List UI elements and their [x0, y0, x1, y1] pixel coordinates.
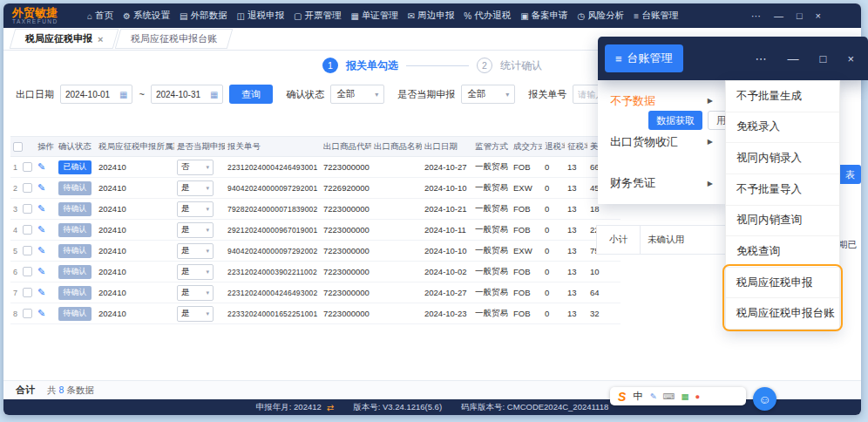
- calendar-icon[interactable]: ▦: [210, 90, 218, 99]
- edit-icon[interactable]: ✎: [37, 287, 45, 298]
- row-checkbox[interactable]: [23, 288, 32, 297]
- keyboard-icon[interactable]: ⌨: [663, 391, 675, 401]
- peripheral-declare-icon: ✉: [408, 11, 415, 21]
- chevron-down-icon: ▾: [206, 164, 209, 171]
- popup-submenu-item[interactable]: 免税录入: [726, 112, 839, 144]
- nav-item-agent-refund[interactable]: %代办退税: [464, 10, 511, 22]
- row-checkbox[interactable]: [23, 162, 32, 172]
- more-icon[interactable]: ⋯: [751, 10, 761, 22]
- popup-submenu-item[interactable]: 不予批量导入: [726, 174, 839, 206]
- edit-icon[interactable]: ✎: [37, 308, 45, 319]
- popup-submenu-item[interactable]: 免税查询: [726, 236, 839, 268]
- toolbox-icon[interactable]: ▦: [682, 391, 689, 401]
- table-cell: 0: [542, 162, 565, 172]
- popup-submenu-item[interactable]: 视同内销录入: [726, 143, 839, 174]
- date-from-input[interactable]: ▦: [60, 85, 132, 104]
- popup-menu-item[interactable]: 财务凭证▶: [598, 163, 725, 204]
- submenu-arrow-icon: ▶: [708, 97, 713, 105]
- nav-item-document-mgmt[interactable]: ▦单证管理: [350, 10, 397, 22]
- tab-tax-declare[interactable]: 税局应征税申报 ×: [10, 29, 119, 49]
- row-period-select[interactable]: 是▾: [177, 201, 214, 217]
- swap-period-icon[interactable]: ⇄: [327, 403, 334, 412]
- table-cell: 7226920000: [321, 183, 371, 193]
- table-cell: 一般贸易: [472, 182, 511, 194]
- row-period-select[interactable]: 是▾: [177, 306, 214, 322]
- nav-label: 备案申请: [532, 10, 568, 22]
- nav-item-refund-declare[interactable]: ◫退税申报: [236, 10, 283, 22]
- edit-icon[interactable]: ✎: [37, 266, 45, 277]
- nav-item-system-settings[interactable]: ⚙系统设置: [123, 10, 170, 22]
- popup-submenu-item[interactable]: 税局应征税申报台账: [726, 298, 839, 329]
- maximize-icon[interactable]: □: [820, 52, 827, 65]
- nav-item-external-data[interactable]: ▤外部数据: [180, 10, 227, 22]
- main-nav: ⌂首页⚙系统设置▤外部数据◫退税申报▢开票管理▦单证管理✉周边申报%代办退税▣备…: [87, 10, 678, 22]
- table-cell: 792820240000071839002: [225, 205, 321, 214]
- row-period-select[interactable]: 是▾: [177, 285, 214, 301]
- row-checkbox[interactable]: [23, 246, 32, 255]
- edit-icon[interactable]: ✎: [37, 203, 45, 214]
- row-checkbox[interactable]: [23, 309, 32, 318]
- row-period-select[interactable]: 是▾: [177, 222, 214, 238]
- record-icon[interactable]: ●: [695, 391, 701, 401]
- minimize-icon[interactable]: —: [788, 52, 799, 65]
- table-cell: EXW: [511, 183, 542, 193]
- table-cell: 7223000000: [321, 162, 371, 172]
- nav-item-risk-analysis[interactable]: ◷风险分析: [578, 10, 625, 22]
- minimize-icon[interactable]: —: [774, 10, 783, 21]
- maximize-icon[interactable]: □: [797, 10, 803, 21]
- row-period-select[interactable]: 是▾: [177, 180, 214, 196]
- row-checkbox[interactable]: [23, 183, 32, 193]
- row-checkbox[interactable]: [23, 225, 32, 235]
- row-number: 5: [13, 247, 20, 255]
- table-cell: 一般贸易: [472, 308, 511, 319]
- tab-label: 税局应征税申报: [25, 32, 92, 45]
- nav-item-home[interactable]: ⌂首页: [87, 10, 113, 22]
- popup-submenu-item[interactable]: 税局应征税申报: [726, 268, 839, 299]
- edit-icon[interactable]: ✎: [37, 245, 45, 256]
- step-1-label: 报关单勾选: [346, 58, 398, 73]
- edit-icon[interactable]: ✎: [37, 224, 45, 235]
- tab-tax-ledger[interactable]: 税局应征税申报台账: [115, 29, 234, 49]
- table-header-cell: 出口商品名称: [371, 141, 422, 153]
- date-to-input[interactable]: ▦: [151, 85, 223, 104]
- nav-label: 单证管理: [362, 10, 398, 22]
- select-all-checkbox[interactable]: [13, 142, 23, 152]
- nav-item-filing-apply[interactable]: ▣备案申请: [520, 10, 567, 22]
- current-period-select[interactable]: 全部▾: [461, 85, 515, 104]
- row-checkbox[interactable]: [23, 204, 32, 214]
- row-number: 4: [13, 226, 20, 235]
- table-header-cell: 是否当期申报: [174, 141, 225, 153]
- calendar-icon[interactable]: ▦: [119, 90, 127, 99]
- row-period-select[interactable]: 是▾: [177, 243, 214, 259]
- data-fetch-button[interactable]: 数据获取: [648, 111, 702, 130]
- table-cell: 13: [565, 246, 587, 255]
- confirm-status-select[interactable]: 全部▾: [330, 85, 384, 104]
- status-badge: 待确认: [58, 265, 92, 279]
- tab-close-icon[interactable]: ×: [98, 34, 103, 44]
- table-cell: FOB: [511, 288, 542, 297]
- ledger-mgmt-button[interactable]: ≡ 台账管理: [605, 44, 683, 72]
- edit-icon[interactable]: ✎: [37, 161, 45, 173]
- popup-submenu-item[interactable]: 视同内销查询: [726, 206, 839, 237]
- row-period-select[interactable]: 否▾: [177, 160, 214, 175]
- nav-item-peripheral-declare[interactable]: ✉周边申报: [408, 10, 454, 22]
- close-icon[interactable]: ×: [816, 10, 821, 21]
- table-cell: 2024-10-10: [422, 246, 472, 255]
- more-icon[interactable]: ⋯: [756, 52, 767, 65]
- search-button[interactable]: 查询: [229, 85, 273, 104]
- close-icon[interactable]: ×: [847, 52, 854, 65]
- nav-item-invoice-mgmt[interactable]: ▢开票管理: [294, 10, 341, 22]
- table-cell: 223120240004246493001: [225, 163, 321, 172]
- step-2-label: 统计确认: [500, 58, 542, 73]
- row-period-select[interactable]: 是▾: [177, 264, 214, 280]
- ime-lang-toggle[interactable]: 中: [633, 390, 643, 403]
- edit-icon[interactable]: ✎: [37, 182, 45, 194]
- table-cell: 13: [565, 162, 587, 172]
- nav-item-ledger-mgmt[interactable]: ≡台账管理: [634, 10, 678, 22]
- pen-icon[interactable]: ✎: [650, 391, 657, 401]
- row-checkbox[interactable]: [23, 267, 32, 276]
- confirm-status-label: 确认状态: [286, 88, 324, 101]
- popup-submenu-item[interactable]: 不予批量生成: [726, 81, 839, 112]
- assistant-robot-icon[interactable]: ☺: [753, 387, 776, 411]
- ime-logo-icon[interactable]: S: [618, 390, 626, 404]
